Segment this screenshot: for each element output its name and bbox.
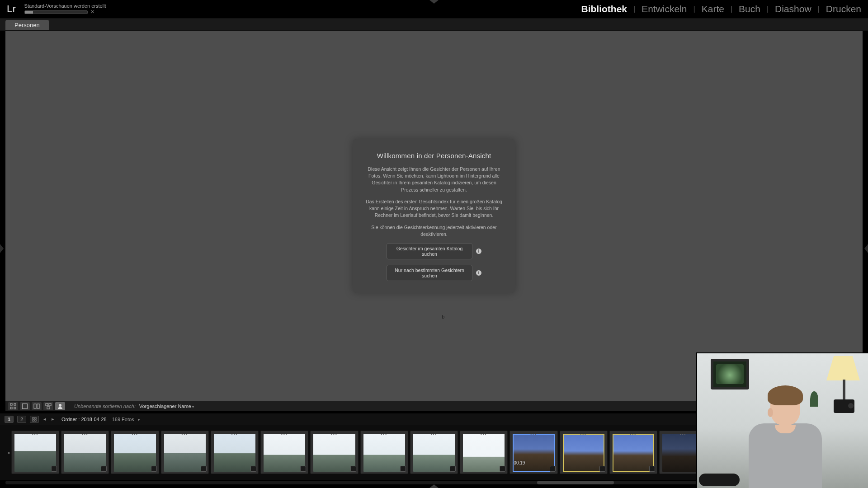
filmstrip-thumbnail[interactable]: ••• (111, 431, 159, 474)
lamp-stand (843, 380, 845, 400)
grid-toggle-icon[interactable] (30, 416, 39, 423)
svg-rect-6 (37, 404, 39, 408)
svg-rect-2 (10, 407, 12, 409)
find-faces-entire-catalog-button[interactable]: Gesichter im gesamten Katalog suchen (387, 243, 472, 259)
text-cursor: b (442, 314, 445, 320)
module-separator: | (818, 5, 820, 13)
filmstrip-thumbnail[interactable]: ••• (11, 431, 59, 474)
module-drucken[interactable]: Drucken (826, 4, 861, 14)
progress-block: Standard-Vorschauen werden erstellt ✕ (24, 4, 106, 14)
progress-bar (24, 10, 88, 14)
svg-rect-4 (23, 404, 28, 409)
svg-rect-11 (33, 417, 34, 418)
filmstrip-thumbnail[interactable]: ••• (161, 431, 209, 474)
filmstrip-thumbnail[interactable]: ••• (61, 431, 109, 474)
photo-count: 169 Fotos (112, 417, 134, 422)
history-back-icon[interactable]: ◂ (42, 416, 47, 422)
webcam-overlay (696, 352, 868, 488)
desk-foreground (699, 474, 740, 486)
primary-display-icon[interactable]: 1 (5, 416, 14, 423)
left-panel-collapse-handle[interactable] (0, 244, 4, 253)
progress-cancel-icon[interactable]: ✕ (90, 9, 94, 14)
lamp-icon (826, 356, 860, 380)
filmstrip-thumbnail[interactable]: ••• (460, 431, 508, 474)
filmstrip-thumbnail[interactable]: ••• (410, 431, 458, 474)
presenter (741, 382, 826, 488)
app-logo: Lr (7, 3, 16, 15)
source-dropdown-icon[interactable] (138, 417, 140, 422)
people-view-icon[interactable] (55, 402, 65, 410)
svg-point-10 (59, 404, 61, 407)
module-buch[interactable]: Buch (739, 4, 760, 14)
top-panel-collapse-handle[interactable] (429, 0, 439, 4)
sort-dropdown[interactable]: Vorgeschlagener Name (139, 404, 194, 409)
camera-prop (834, 399, 854, 413)
module-separator: | (693, 5, 695, 13)
filmstrip-thumbnail[interactable]: ••• (211, 431, 259, 474)
source-label: Ordner : (61, 417, 80, 422)
filmstrip-thumbnail[interactable]: ••• (360, 431, 408, 474)
history-forward-icon[interactable]: ▸ (51, 416, 55, 422)
compare-view-icon[interactable] (32, 402, 42, 410)
module-picker: Bibliothek | Entwickeln | Karte | Buch |… (581, 4, 861, 14)
welcome-title: Willkommen in der Personen-Ansicht (363, 152, 505, 160)
find-faces-as-needed-button[interactable]: Nur nach bestimmten Gesichtern suchen (387, 265, 472, 281)
info-icon[interactable]: i (476, 249, 481, 254)
filmstrip-scroll-left-icon[interactable]: ◂ (5, 450, 11, 455)
module-separator: | (633, 5, 635, 13)
filmstrip-thumbnail[interactable]: ••• (609, 431, 657, 474)
svg-rect-9 (47, 407, 50, 409)
module-separator: | (767, 5, 769, 13)
filmstrip-thumbnail[interactable]: ••• (310, 431, 358, 474)
secondary-display-icon[interactable]: 2 (17, 416, 26, 423)
source-path[interactable]: Ordner : 2018-04-28 (61, 417, 107, 422)
filmstrip-thumbnail-video[interactable]: •••00:19 (509, 431, 557, 474)
module-karte[interactable]: Karte (702, 4, 724, 14)
module-bibliothek[interactable]: Bibliothek (581, 4, 627, 14)
filmstrip-thumbnail[interactable]: ••• (260, 431, 308, 474)
progress-fill (25, 11, 33, 14)
progress-label: Standard-Vorschauen werden erstellt (24, 4, 106, 9)
svg-rect-13 (33, 419, 34, 421)
svg-rect-5 (34, 404, 36, 408)
welcome-paragraph: Sie können die Gesichtserkennung jederze… (363, 224, 505, 238)
survey-view-icon[interactable] (43, 402, 53, 410)
source-value: 2018-04-28 (81, 417, 106, 422)
video-duration: 00:19 (514, 460, 525, 465)
module-separator: | (731, 5, 732, 13)
svg-rect-0 (10, 404, 12, 405)
main-content-area: Willkommen in der Personen-Ansicht Diese… (5, 31, 863, 401)
view-tabs-bar: Personen (0, 18, 868, 31)
welcome-panel: Willkommen in der Personen-Ansicht Diese… (353, 139, 515, 293)
filmstrip-scrollbar-thumb[interactable] (537, 481, 614, 484)
svg-rect-8 (49, 404, 51, 406)
svg-rect-7 (46, 404, 48, 406)
bottom-panel-collapse-handle[interactable] (429, 484, 439, 488)
welcome-paragraph: Diese Ansicht zeigt Ihnen die Gesichter … (363, 166, 505, 193)
svg-rect-1 (14, 404, 16, 405)
svg-rect-14 (35, 419, 36, 421)
filmstrip-thumbnail[interactable]: ••• (560, 431, 608, 474)
grid-view-icon[interactable] (8, 402, 18, 410)
module-entwickeln[interactable]: Entwickeln (642, 4, 687, 14)
svg-rect-3 (14, 407, 16, 409)
info-icon[interactable]: i (476, 270, 481, 276)
sort-label: Unbenannte sortieren nach: (74, 404, 136, 409)
view-tab-personen[interactable]: Personen (5, 20, 49, 30)
svg-rect-12 (35, 417, 36, 418)
right-panel-collapse-handle[interactable] (864, 244, 868, 253)
welcome-paragraph: Das Erstellen des ersten Gesichtsindex f… (363, 198, 505, 219)
module-diashow[interactable]: Diashow (775, 4, 811, 14)
loupe-view-icon[interactable] (20, 402, 30, 410)
